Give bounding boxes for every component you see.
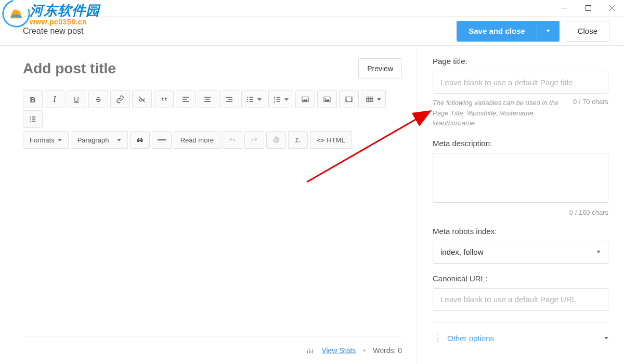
svg-rect-16 xyxy=(351,97,352,101)
svg-point-5 xyxy=(247,97,248,98)
link-button[interactable] xyxy=(110,90,130,108)
formats-dropdown[interactable]: Formats xyxy=(23,131,69,149)
meta-robots-select[interactable]: index, follow xyxy=(433,241,608,264)
window-maximize-button[interactable] xyxy=(576,0,600,17)
canonical-input[interactable] xyxy=(433,288,608,311)
preview-button[interactable]: Preview xyxy=(358,58,402,79)
align-center-button[interactable] xyxy=(198,90,217,108)
image-button[interactable] xyxy=(317,90,337,108)
bold-button[interactable]: B xyxy=(23,90,43,108)
svg-rect-17 xyxy=(367,97,373,101)
canonical-label: Canonical URL: xyxy=(433,274,608,283)
page-title-label: Page title: xyxy=(433,57,608,66)
revert-button[interactable] xyxy=(266,131,286,149)
separator-dot: • xyxy=(363,346,366,355)
chevron-down-icon xyxy=(596,251,601,253)
redo-button[interactable] xyxy=(244,131,264,149)
svg-point-6 xyxy=(247,99,248,100)
toc-icon xyxy=(29,115,37,123)
hr-button[interactable] xyxy=(152,131,172,149)
page-title-input[interactable] xyxy=(433,71,608,94)
stats-icon xyxy=(306,346,314,355)
quote-icon xyxy=(160,95,168,103)
page-header: Create new post Save and close Close xyxy=(0,17,624,46)
page-title-count: 0 / 70 chars xyxy=(573,98,608,106)
editor-toolbar-row-2: Formats Paragraph Read more T× <> HTML xyxy=(23,131,417,149)
redo-icon xyxy=(250,136,258,144)
editor-column: Preview B I U S xyxy=(0,46,417,364)
save-dropdown-button[interactable] xyxy=(537,21,560,42)
view-stats-link[interactable]: View Stats xyxy=(321,346,356,355)
toc-button[interactable] xyxy=(23,110,43,128)
drag-handle-icon: ⋮ xyxy=(433,332,447,344)
paragraph-dropdown[interactable]: Paragraph xyxy=(71,131,128,149)
table-icon xyxy=(366,95,374,103)
image-placeholder-icon xyxy=(301,95,309,103)
underline-button[interactable]: U xyxy=(67,90,86,108)
undo-button[interactable] xyxy=(223,131,242,149)
svg-point-7 xyxy=(247,101,248,102)
svg-text:3: 3 xyxy=(274,101,275,103)
meta-desc-textarea[interactable] xyxy=(433,153,608,203)
window-titlebar xyxy=(0,0,624,17)
numbered-list-icon: 123 xyxy=(273,95,281,103)
align-center-icon xyxy=(203,95,212,103)
editor-toolbar-row-1: B I U S xyxy=(23,90,417,128)
page-title: Create new post xyxy=(23,27,457,36)
bullet-list-button[interactable] xyxy=(241,90,266,108)
align-right-icon xyxy=(225,95,233,103)
align-right-button[interactable] xyxy=(219,90,239,108)
unlink-icon xyxy=(138,95,146,103)
italic-button[interactable]: I xyxy=(45,90,64,108)
other-options-label: Other options xyxy=(447,334,604,343)
save-and-close-button[interactable]: Save and close xyxy=(457,21,537,42)
chevron-down-icon xyxy=(604,337,608,340)
svg-rect-15 xyxy=(346,97,347,101)
meta-desc-count: 0 / 160 chars xyxy=(433,209,608,216)
html-button[interactable]: <> HTML xyxy=(310,131,352,149)
align-left-button[interactable] xyxy=(176,90,196,108)
svg-text:×: × xyxy=(298,140,301,143)
link-icon xyxy=(116,95,124,103)
svg-rect-2 xyxy=(586,6,591,11)
clear-format-button[interactable]: T× xyxy=(288,131,308,149)
svg-point-13 xyxy=(325,98,326,99)
window-minimize-button[interactable] xyxy=(552,0,576,17)
align-left-icon xyxy=(181,95,190,103)
meta-robots-value: index, follow xyxy=(440,248,484,256)
meta-robots-label: Meta robots index: xyxy=(433,227,608,236)
readmore-button[interactable]: Read more xyxy=(174,131,220,149)
binoculars-button[interactable] xyxy=(130,131,150,149)
strikethrough-button[interactable]: S xyxy=(88,90,108,108)
image-icon xyxy=(323,95,331,103)
table-button[interactable] xyxy=(361,90,386,108)
post-title-input[interactable] xyxy=(23,60,358,77)
sidebar: Page title: The following variables can … xyxy=(417,46,624,364)
revert-icon xyxy=(272,136,280,144)
editor-body[interactable] xyxy=(23,152,417,336)
editor-footer: View Stats • Words: 0 xyxy=(23,336,402,364)
video-icon xyxy=(345,95,353,103)
words-label: Words: 0 xyxy=(373,346,402,355)
other-options-toggle[interactable]: ⋮ Other options xyxy=(433,322,608,347)
close-button[interactable]: Close xyxy=(566,21,609,42)
numbered-list-button[interactable]: 123 xyxy=(268,90,293,108)
clear-format-icon: T× xyxy=(294,136,302,144)
bullet-list-icon xyxy=(246,95,254,103)
blockquote-button[interactable] xyxy=(154,90,174,108)
undo-icon xyxy=(228,136,237,144)
meta-desc-label: Meta description: xyxy=(433,139,608,148)
binoculars-icon xyxy=(136,136,144,144)
page-title-hint: The following variables can be used in t… xyxy=(433,98,568,128)
unlink-button[interactable] xyxy=(132,90,152,108)
media-button[interactable] xyxy=(295,90,315,108)
window-close-button[interactable] xyxy=(600,0,624,17)
video-button[interactable] xyxy=(339,90,359,108)
